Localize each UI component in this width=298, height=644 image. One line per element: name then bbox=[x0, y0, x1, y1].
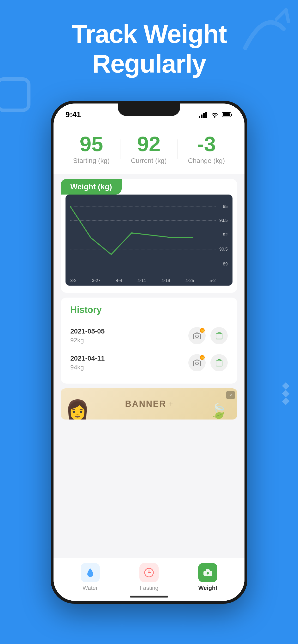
weight-tab-label: Weight bbox=[198, 584, 218, 591]
water-tab-label: Water bbox=[83, 584, 98, 591]
x-label-32: 3-2 bbox=[70, 278, 77, 283]
history-item-info: 2021-05-05 92kg bbox=[70, 328, 105, 344]
bg-decoration-diamonds bbox=[283, 383, 288, 404]
banner-plus: + bbox=[169, 400, 173, 408]
y-label-905: 90.5 bbox=[219, 247, 228, 252]
svg-text:👑: 👑 bbox=[201, 329, 204, 332]
fasting-tab-icon bbox=[139, 563, 159, 582]
status-time: 9:41 bbox=[66, 110, 81, 119]
y-label-89: 89 bbox=[223, 262, 228, 267]
tab-item-fasting[interactable]: Fasting bbox=[139, 563, 159, 591]
fasting-tab-label: Fasting bbox=[140, 584, 159, 591]
stat-change-label: Change (kg) bbox=[188, 157, 225, 164]
x-label-411: 4-11 bbox=[137, 278, 146, 283]
weight-chart-svg bbox=[70, 202, 216, 269]
svg-point-30 bbox=[207, 572, 209, 574]
chart-header: Weight (kg) bbox=[61, 179, 122, 194]
x-label-52: 5-2 bbox=[209, 278, 216, 283]
stat-divider-1 bbox=[120, 140, 120, 158]
svg-point-28 bbox=[148, 572, 150, 573]
delete-button-1[interactable] bbox=[210, 327, 228, 344]
hero-title: Track Weight Regularly bbox=[0, 19, 298, 78]
svg-rect-2 bbox=[201, 114, 203, 118]
weight-tab-icon bbox=[198, 563, 217, 582]
photo-button-2[interactable]: 👑 bbox=[188, 354, 206, 371]
y-label-92: 92 bbox=[223, 232, 228, 238]
banner-label: BANNER bbox=[125, 399, 166, 409]
svg-rect-0 bbox=[0, 79, 29, 110]
banner-ad[interactable]: 👩 BANNER + 🍃 × bbox=[61, 388, 237, 420]
bg-decoration-left bbox=[0, 72, 36, 120]
water-tab-icon bbox=[81, 563, 100, 582]
signal-icon bbox=[199, 112, 208, 118]
banner-leaf-illustration: 🍃 bbox=[210, 402, 228, 420]
svg-rect-3 bbox=[203, 113, 205, 118]
stat-change: -3 Change (kg) bbox=[188, 134, 225, 164]
tab-bar: Water Fasting bbox=[54, 558, 244, 601]
history-item-2: 2021-04-11 94kg 👑 bbox=[70, 349, 228, 376]
photo-badge-1: 👑 bbox=[200, 328, 205, 333]
phone-screen: 9:41 bbox=[54, 104, 244, 601]
history-title: History bbox=[70, 305, 228, 315]
wifi-icon bbox=[211, 112, 219, 118]
delete-button-2[interactable] bbox=[210, 354, 228, 371]
stat-starting: 95 Starting (kg) bbox=[73, 134, 110, 164]
x-label-425: 4-25 bbox=[186, 278, 194, 283]
tab-item-water[interactable]: Water bbox=[81, 563, 100, 591]
chart-area: 95 93.5 92 90.5 89 bbox=[66, 194, 232, 286]
history-section: History 2021-05-05 92kg 👑 bbox=[61, 298, 237, 384]
banner-close-button[interactable]: × bbox=[226, 391, 235, 400]
history-weight-1: 92kg bbox=[70, 336, 105, 344]
svg-rect-4 bbox=[205, 112, 207, 118]
home-indicator bbox=[130, 596, 168, 598]
stat-starting-label: Starting (kg) bbox=[73, 157, 110, 164]
history-date-2: 2021-04-11 bbox=[70, 354, 105, 362]
x-label-327: 3-27 bbox=[92, 278, 100, 283]
svg-text:👑: 👑 bbox=[201, 356, 204, 359]
stat-divider-2 bbox=[177, 140, 178, 158]
chart-title: Weight (kg) bbox=[70, 182, 112, 191]
stat-change-value: -3 bbox=[188, 134, 225, 154]
svg-rect-8 bbox=[223, 113, 230, 116]
stat-current: 92 Current (kg) bbox=[131, 134, 167, 164]
history-weight-2: 94kg bbox=[70, 364, 105, 371]
svg-rect-9 bbox=[193, 334, 201, 339]
svg-point-18 bbox=[196, 362, 198, 365]
x-label-418: 4-18 bbox=[162, 278, 170, 283]
history-actions-2: 👑 bbox=[188, 354, 228, 371]
history-item: 2021-05-05 92kg 👑 bbox=[70, 322, 228, 349]
x-label-44: 4-4 bbox=[116, 278, 122, 283]
chart-card: Weight (kg) 95 93.5 92 90.5 bbox=[61, 179, 237, 293]
svg-point-5 bbox=[214, 116, 215, 118]
svg-rect-17 bbox=[193, 361, 201, 366]
stat-current-value: 92 bbox=[131, 134, 167, 154]
y-label-95: 95 bbox=[223, 204, 228, 209]
status-icons bbox=[199, 112, 232, 118]
phone-mockup: 9:41 bbox=[51, 100, 247, 604]
battery-icon bbox=[222, 112, 232, 118]
stat-current-label: Current (kg) bbox=[131, 157, 167, 164]
svg-rect-7 bbox=[231, 114, 232, 116]
svg-point-10 bbox=[196, 335, 198, 338]
banner-girl-illustration: 👩 bbox=[66, 400, 89, 420]
svg-rect-1 bbox=[199, 116, 200, 118]
history-actions-1: 👑 bbox=[188, 327, 228, 344]
photo-button-1[interactable]: 👑 bbox=[188, 327, 206, 344]
y-label-935: 93.5 bbox=[219, 218, 228, 223]
history-date-1: 2021-05-05 bbox=[70, 328, 105, 335]
stat-starting-value: 95 bbox=[73, 134, 110, 154]
tab-item-weight[interactable]: Weight bbox=[198, 563, 217, 591]
phone-notch bbox=[118, 104, 180, 116]
stats-card: 95 Starting (kg) 92 Current (kg) -3 Chan… bbox=[54, 122, 244, 174]
photo-badge-2: 👑 bbox=[200, 355, 205, 360]
history-item-info-2: 2021-04-11 94kg bbox=[70, 354, 105, 371]
